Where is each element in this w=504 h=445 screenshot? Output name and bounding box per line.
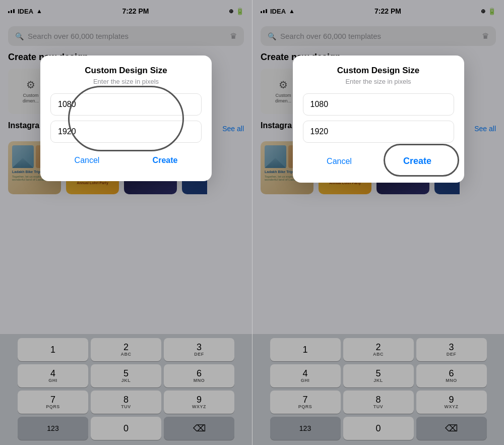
height-input-right[interactable] [303, 121, 454, 143]
create-button-left[interactable]: Create [129, 150, 202, 171]
cancel-button-right[interactable]: Cancel [303, 150, 376, 173]
modal-subtitle-right: Enter the size in pixels [303, 78, 454, 85]
modal-actions-right: Cancel Create [303, 150, 454, 173]
modal-subtitle-left: Enter the size in pixels [50, 78, 202, 85]
create-button-right[interactable]: Create [381, 150, 454, 173]
modal-overlay-right: Custom Design Size Enter the size in pix… [253, 0, 504, 445]
modal-overlay-left: Custom Design Size Enter the size in pix… [0, 0, 252, 445]
panel-left: IDEA ▲ 7:22 PM ⊕ 🔋 🔍 Search over 60,000 … [0, 0, 252, 445]
modal-actions-left: Cancel Create [50, 150, 202, 171]
modal-title-right: Custom Design Size [303, 66, 454, 76]
modal-title-left: Custom Design Size [50, 66, 202, 76]
width-input-right[interactable] [303, 93, 454, 116]
width-input-left[interactable] [50, 93, 202, 116]
modal-right: Custom Design Size Enter the size in pix… [293, 55, 464, 183]
panel-right: IDEA ▲ 7:22 PM ⊕ 🔋 🔍 Search over 60,000 … [252, 0, 504, 445]
cancel-button-left[interactable]: Cancel [50, 150, 123, 171]
height-input-left[interactable] [50, 121, 202, 143]
modal-left: Custom Design Size Enter the size in pix… [40, 55, 212, 181]
